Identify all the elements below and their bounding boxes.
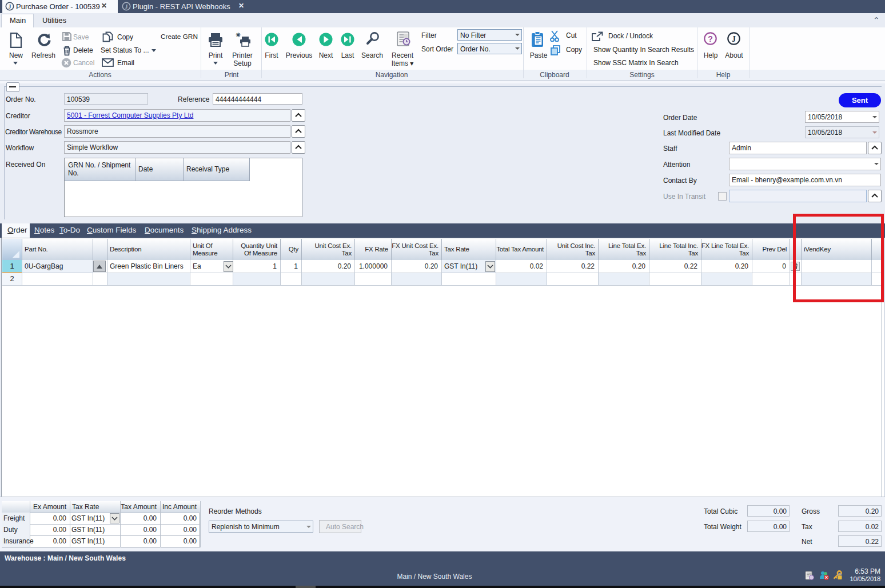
- svg-text:J: J: [125, 3, 128, 10]
- svg-text:J: J: [732, 35, 736, 43]
- svg-text:J: J: [9, 3, 11, 10]
- svg-text:?: ?: [708, 34, 713, 43]
- svg-text:✷: ✷: [236, 32, 241, 38]
